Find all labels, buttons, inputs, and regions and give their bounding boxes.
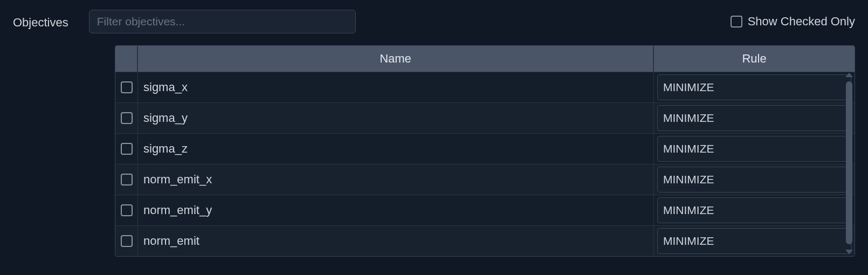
- row-checkbox-cell: [115, 164, 138, 195]
- row-checkbox-cell: [115, 103, 138, 133]
- checkbox-icon[interactable]: [121, 143, 133, 155]
- objectives-header-row: Objectives Show Checked Only: [13, 10, 855, 33]
- scrollbar[interactable]: [845, 73, 853, 254]
- rule-select[interactable]: MINIMIZE: [657, 197, 851, 223]
- row-checkbox-cell: [115, 226, 138, 256]
- column-header-name[interactable]: Name: [138, 46, 654, 72]
- table-row: sigma_yMINIMIZE: [115, 102, 855, 133]
- scroll-thumb[interactable]: [846, 81, 852, 244]
- table-row: sigma_xMINIMIZE: [115, 72, 855, 102]
- scroll-up-icon[interactable]: [845, 73, 853, 77]
- table-body: sigma_xMINIMIZEsigma_yMINIMIZEsigma_zMIN…: [115, 72, 855, 256]
- row-name-cell: sigma_x: [138, 72, 654, 102]
- row-checkbox-cell: [115, 195, 138, 225]
- row-rule-cell: MINIMIZE: [654, 72, 855, 102]
- row-rule-cell: MINIMIZE: [654, 195, 855, 225]
- row-checkbox-cell: [115, 72, 138, 102]
- objectives-table: Name Rule sigma_xMINIMIZEsigma_yMINIMIZE…: [115, 45, 855, 257]
- row-rule-cell: MINIMIZE: [654, 226, 855, 256]
- show-checked-only-label: Show Checked Only: [748, 15, 855, 29]
- table-row: norm_emitMINIMIZE: [115, 225, 855, 256]
- rule-select[interactable]: MINIMIZE: [657, 136, 851, 162]
- row-rule-cell: MINIMIZE: [654, 103, 855, 133]
- table-row: norm_emit_xMINIMIZE: [115, 164, 855, 195]
- table-row: sigma_zMINIMIZE: [115, 133, 855, 164]
- row-rule-cell: MINIMIZE: [654, 134, 855, 164]
- scroll-down-icon[interactable]: [845, 250, 853, 254]
- rule-select[interactable]: MINIMIZE: [657, 105, 851, 131]
- row-name-cell: norm_emit_x: [138, 164, 654, 195]
- show-checked-only-toggle[interactable]: Show Checked Only: [731, 15, 855, 29]
- rule-select[interactable]: MINIMIZE: [657, 74, 851, 100]
- row-name-cell: sigma_z: [138, 134, 654, 164]
- checkbox-icon[interactable]: [121, 204, 133, 216]
- filter-objectives-input[interactable]: [89, 10, 356, 33]
- column-header-rule[interactable]: Rule: [654, 46, 855, 72]
- table-header: Name Rule: [115, 46, 855, 72]
- checkbox-icon[interactable]: [121, 112, 133, 124]
- checkbox-icon[interactable]: [731, 16, 742, 28]
- table-row: norm_emit_yMINIMIZE: [115, 195, 855, 225]
- row-rule-cell: MINIMIZE: [654, 164, 855, 195]
- checkbox-icon[interactable]: [121, 81, 133, 93]
- rule-select[interactable]: MINIMIZE: [657, 228, 851, 254]
- rule-select[interactable]: MINIMIZE: [657, 167, 851, 192]
- checkbox-icon[interactable]: [121, 174, 133, 185]
- row-checkbox-cell: [115, 134, 138, 164]
- checkbox-icon[interactable]: [121, 235, 133, 247]
- section-label: Objectives: [13, 13, 68, 30]
- row-name-cell: norm_emit: [138, 226, 654, 256]
- row-name-cell: sigma_y: [138, 103, 654, 133]
- column-header-check: [115, 46, 138, 72]
- row-name-cell: norm_emit_y: [138, 195, 654, 225]
